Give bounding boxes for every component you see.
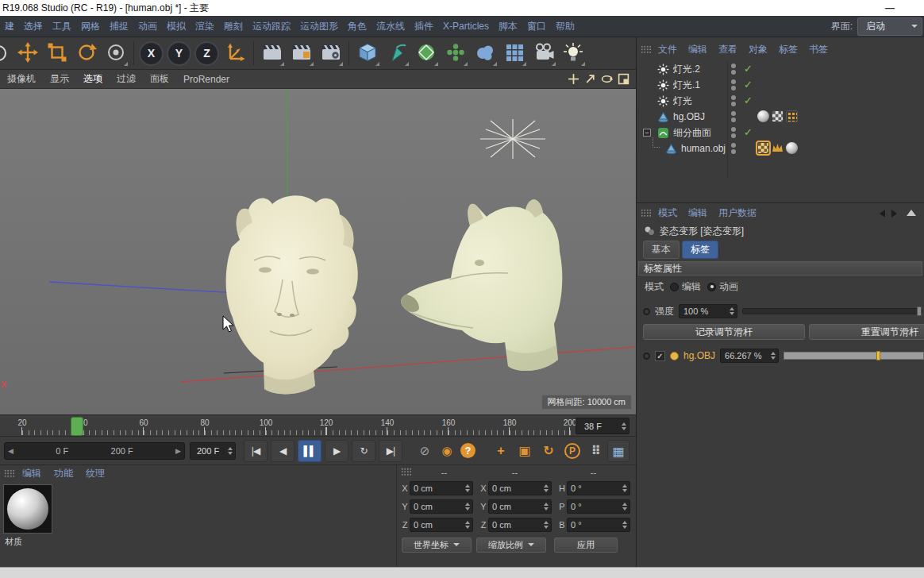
viewport-zoom-icon[interactable] <box>584 73 596 85</box>
field-spinner[interactable] <box>543 482 549 495</box>
current-frame-field[interactable]: 38 F <box>576 418 629 434</box>
material-thumbnail[interactable] <box>3 484 52 534</box>
tab-basic[interactable]: 基本 <box>643 241 680 259</box>
viewport-menu-camera[interactable]: 摄像机 <box>0 72 43 86</box>
viewport-menu-prorender[interactable]: ProRender <box>176 74 237 85</box>
max-frame-field[interactable]: 200 F <box>190 442 236 460</box>
menubar-item[interactable]: 模拟 <box>162 20 191 33</box>
uvw-tag-icon[interactable] <box>772 110 783 122</box>
menubar-item[interactable]: 网格 <box>76 20 105 33</box>
object-row-light1[interactable]: 灯光.1 ✓ <box>637 77 924 93</box>
enabled-check-icon[interactable]: ✓ <box>744 126 753 138</box>
loop-button[interactable]: ↻ <box>352 440 375 462</box>
range-left-arrow-icon[interactable]: ◀ <box>8 447 13 455</box>
menubar-item[interactable]: X-Particles <box>438 21 494 32</box>
render-settings-button[interactable] <box>317 40 345 67</box>
mode-option-edit[interactable]: 编辑 <box>670 280 701 294</box>
morph-target-name[interactable]: hg.OBJ <box>683 350 715 361</box>
drag-handle-icon[interactable] <box>4 469 14 478</box>
mode-option-animate[interactable]: 动画 <box>707 280 738 294</box>
field-spinner[interactable] <box>729 305 735 318</box>
autokey-help-button[interactable]: ? <box>460 443 475 458</box>
play-forward-button[interactable]: ▶ <box>325 440 348 462</box>
record-sliders-button[interactable]: 记录调节滑杆 <box>643 324 805 340</box>
history-back-icon[interactable] <box>880 210 885 218</box>
object-row-subdivision[interactable]: − 细分曲面 ✓ <box>637 125 924 141</box>
object-row-hgobj[interactable]: hg.OBJ <box>637 109 924 125</box>
om-menu-view[interactable]: 查看 <box>713 43 743 56</box>
preview-range-slider[interactable]: ◀ 0 F 200 F ▶ <box>4 442 185 460</box>
pos-z-field[interactable]: 0 cm <box>410 518 473 532</box>
timeline-ruler[interactable]: 20 40 60 80 100 120 140 160 180 200 38 F <box>0 414 636 437</box>
material-menu-texture[interactable]: 纹理 <box>79 467 111 480</box>
add-spline-button[interactable] <box>383 40 410 67</box>
pause-button[interactable]: ▌▌ <box>298 440 321 462</box>
am-menu-edit[interactable]: 编辑 <box>683 206 713 220</box>
object-name[interactable]: 灯光.1 <box>673 79 700 92</box>
keyframe-circle-icon[interactable] <box>643 353 650 360</box>
viewport-menu-panel[interactable]: 面板 <box>143 72 176 86</box>
menubar-item[interactable]: 流水线 <box>372 20 410 33</box>
menubar-item[interactable]: 插件 <box>410 20 438 33</box>
timeline-layout-button[interactable]: ▦ <box>607 440 629 462</box>
key-parameter-toggle[interactable]: P <box>564 443 580 459</box>
rot-b-field[interactable]: 0 ° <box>567 518 630 532</box>
add-camera-button[interactable] <box>529 40 557 67</box>
lock-y-axis-button[interactable]: Y <box>167 41 191 66</box>
object-name[interactable]: 灯光.2 <box>673 63 700 76</box>
strength-slider[interactable] <box>742 308 922 314</box>
record-disabled-icon[interactable]: ⊘ <box>416 442 433 460</box>
max-frame-spinner[interactable] <box>227 443 233 459</box>
viewport-menu-display[interactable]: 显示 <box>43 72 76 86</box>
collapse-expander-icon[interactable]: − <box>643 129 651 137</box>
reset-sliders-button[interactable]: 重置调节滑杆 <box>809 324 924 340</box>
rotate-tool-button[interactable] <box>72 40 100 67</box>
slider-handle[interactable] <box>876 351 880 360</box>
pos-y-field[interactable]: 0 cm <box>410 499 473 514</box>
apply-button[interactable]: 应用 <box>554 538 618 553</box>
object-name[interactable]: 细分曲面 <box>673 126 711 140</box>
slider-handle[interactable] <box>917 306 922 316</box>
menubar-item[interactable]: 建 <box>0 20 19 33</box>
drag-handle-icon[interactable] <box>641 45 651 54</box>
menubar-item[interactable]: 工具 <box>48 20 76 33</box>
drag-handle-icon[interactable] <box>641 209 651 218</box>
render-view-button[interactable] <box>258 40 286 67</box>
menubar-item[interactable]: 脚本 <box>494 20 522 33</box>
scale-tool-button[interactable] <box>43 40 71 67</box>
object-name[interactable]: 灯光 <box>673 94 692 108</box>
tab-tag[interactable]: 标签 <box>682 241 718 259</box>
menubar-item[interactable]: 运动图形 <box>295 20 343 33</box>
menubar-item[interactable]: 捕捉 <box>105 20 133 33</box>
record-keyframe-button[interactable]: ◉ <box>438 442 456 460</box>
field-spinner[interactable] <box>770 349 776 362</box>
coordinate-space-dropdown[interactable]: 世界坐标 <box>402 538 472 553</box>
object-row-humanobj[interactable]: human.obj <box>637 141 924 156</box>
material-tag-icon[interactable] <box>757 110 769 122</box>
morph-strength-slider[interactable] <box>783 352 924 360</box>
visibility-dots[interactable] <box>731 143 736 154</box>
visibility-dots[interactable] <box>731 111 736 122</box>
size-x-field[interactable]: 0 cm <box>488 481 552 495</box>
menubar-item[interactable]: 窗口 <box>522 20 551 33</box>
menubar-item[interactable]: 渲染 <box>191 20 219 33</box>
visibility-dots[interactable] <box>731 127 736 138</box>
lock-z-axis-button[interactable]: Z <box>194 41 219 66</box>
key-rotation-toggle[interactable]: ↻ <box>538 441 559 461</box>
frame-spinner[interactable] <box>621 418 627 434</box>
material-tag-icon[interactable] <box>786 142 798 154</box>
history-forward-icon[interactable] <box>891 210 897 218</box>
add-light-button[interactable] <box>559 40 587 67</box>
viewport-pan-icon[interactable] <box>568 73 579 85</box>
field-spinner[interactable] <box>464 518 471 531</box>
material-menu-function[interactable]: 功能 <box>48 467 79 480</box>
object-row-light2[interactable]: 灯光.2 ✓ <box>637 61 924 77</box>
field-spinner[interactable] <box>543 518 549 531</box>
add-generator-button[interactable] <box>412 40 440 67</box>
radio-edit-icon[interactable] <box>670 283 679 291</box>
morph-value-field[interactable]: 66.267 % <box>720 349 779 363</box>
last-tool-button[interactable] <box>102 40 129 67</box>
viewport-3d[interactable]: X 网格间距: 10000 cm <box>0 89 636 414</box>
object-name[interactable]: hg.OBJ <box>673 111 705 122</box>
add-volume-button[interactable] <box>471 40 499 67</box>
